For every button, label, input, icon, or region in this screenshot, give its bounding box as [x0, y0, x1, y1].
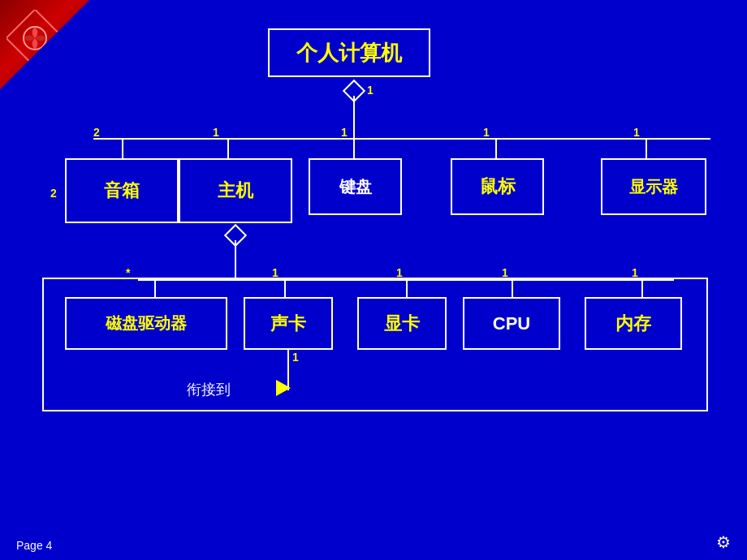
page-footer: Page 4	[16, 539, 52, 552]
gear-icon: ⚙	[716, 532, 731, 552]
num-yinxiang: 2	[93, 126, 100, 139]
node-yinxiang: 音箱	[65, 158, 179, 223]
num-zhuji: 1	[213, 126, 219, 139]
line-level1-h	[93, 138, 710, 140]
node-shengka: 声卡	[244, 297, 333, 350]
connect-arrow	[276, 380, 291, 396]
node-xianka: 显卡	[357, 297, 447, 350]
connect-text: 衔接到	[187, 380, 231, 399]
node-shubiao: 鼠标	[451, 158, 544, 215]
line-to-zhuji	[227, 138, 229, 158]
num-xianshiqi: 1	[633, 126, 640, 139]
line-to-yinxiang	[122, 138, 123, 158]
num-bottom: 1	[292, 351, 299, 364]
num-root: 1	[367, 84, 374, 97]
line-to-shubiao	[495, 138, 497, 158]
node-cidisk: 磁盘驱动器	[65, 297, 227, 350]
line-to-xianshiqi	[646, 138, 647, 158]
line-to-jianpan	[353, 138, 355, 158]
node-cpu: CPU	[463, 297, 560, 350]
num-left-2: 2	[50, 187, 57, 200]
num-shubiao: 1	[483, 126, 490, 139]
logo-area	[0, 0, 89, 89]
node-neicun: 内存	[585, 297, 682, 350]
node-zhuji: 主机	[179, 158, 292, 223]
node-jianpan: 键盘	[309, 158, 402, 215]
node-xianshiqi: 显示器	[601, 158, 706, 215]
node-root: 个人计算机	[268, 28, 430, 77]
line-root-down	[353, 96, 355, 138]
num-jianpan: 1	[341, 126, 348, 139]
line-zhuji-down	[235, 240, 236, 279]
